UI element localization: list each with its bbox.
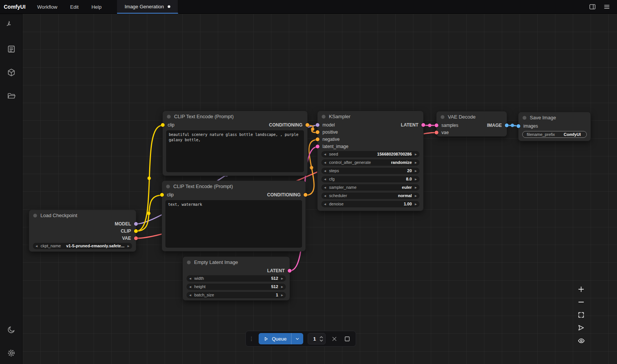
input-slot-model[interactable]: [316, 123, 319, 127]
collapse-dot[interactable]: [166, 185, 170, 188]
widget-sampler-name[interactable]: ◀ sampler_name euler ▶: [321, 184, 420, 191]
next-arrow-icon[interactable]: ▶: [415, 161, 417, 164]
widget-width[interactable]: ◀ width 512 ▶: [187, 275, 286, 282]
menu-workflow[interactable]: Workflow: [31, 0, 64, 14]
widget-steps[interactable]: ◀ steps 20 ▶: [321, 168, 420, 174]
input-slot-samples[interactable]: [435, 123, 438, 127]
prev-arrow-icon[interactable]: ◀: [324, 153, 326, 156]
model-library-icon[interactable]: [6, 68, 16, 77]
queue-options-caret[interactable]: [291, 333, 303, 344]
next-arrow-icon[interactable]: ▶: [281, 277, 283, 280]
output-slot-vae[interactable]: [134, 236, 138, 240]
collapse-dot[interactable]: [33, 214, 37, 217]
output-slot-latent[interactable]: [421, 123, 425, 127]
input-slot-vae[interactable]: [435, 131, 438, 134]
node-header[interactable]: Save Image: [518, 112, 591, 122]
input-slot-clip[interactable]: [161, 123, 165, 127]
prev-arrow-icon[interactable]: ◀: [324, 203, 326, 205]
prev-arrow-icon[interactable]: ◀: [189, 277, 191, 280]
node-header[interactable]: VAE Decode: [437, 111, 507, 122]
input-slot-negative[interactable]: [316, 137, 319, 141]
widget-ckpt-name[interactable]: ◀ ckpt_name v1-5-pruned-emaonly.safete..…: [33, 243, 132, 249]
select-mode-icon[interactable]: [577, 324, 585, 332]
prev-arrow-icon[interactable]: ◀: [324, 170, 326, 172]
widget-height[interactable]: ◀ height 512 ▶: [187, 284, 286, 290]
next-arrow-icon[interactable]: ▶: [415, 194, 417, 197]
prev-arrow-icon[interactable]: ◀: [189, 285, 191, 288]
node-empty-latent-image[interactable]: Empty Latent Image LATENT ◀ width 512 ▶ …: [182, 256, 290, 301]
prev-arrow-icon[interactable]: ◀: [324, 194, 326, 197]
prev-arrow-icon[interactable]: ◀: [189, 294, 191, 296]
drag-handle-icon[interactable]: ⋮: [249, 336, 254, 342]
clear-queue-icon[interactable]: [330, 335, 338, 343]
collapse-dot[interactable]: [187, 261, 191, 264]
output-slot-image[interactable]: [505, 123, 509, 127]
node-library-icon[interactable]: [6, 44, 16, 54]
batch-count-input[interactable]: 1: [308, 333, 325, 344]
widget-scheduler[interactable]: ◀ scheduler normal ▶: [321, 193, 420, 199]
menu-help[interactable]: Help: [85, 0, 108, 14]
next-arrow-icon[interactable]: ▶: [415, 178, 417, 180]
prompt-text-area[interactable]: text, watermark: [165, 200, 302, 248]
node-ksampler[interactable]: KSampler model LATENT positive negative …: [317, 111, 424, 211]
node-header[interactable]: Load Checkpoint: [29, 210, 136, 220]
history-icon[interactable]: [6, 21, 16, 31]
theme-moon-icon[interactable]: [6, 325, 16, 335]
next-arrow-icon[interactable]: ▶: [281, 285, 283, 288]
node-header[interactable]: Empty Latent Image: [183, 257, 290, 267]
node-graph-canvas[interactable]: Load Checkpoint MODEL CLIP VAE ◀ ckpt_na…: [23, 14, 617, 364]
collapse-dot[interactable]: [167, 115, 171, 119]
queue-button[interactable]: Queue: [259, 333, 303, 344]
output-slot-model[interactable]: [134, 222, 138, 226]
queue-button-main[interactable]: Queue: [259, 333, 291, 344]
node-save-image[interactable]: Save Image images filename_prefix ComfyU…: [518, 112, 591, 141]
input-slot-clip[interactable]: [160, 193, 164, 197]
next-arrow-icon[interactable]: ▶: [415, 186, 417, 189]
output-slot-latent[interactable]: [288, 269, 292, 273]
node-clip-text-encode-positive[interactable]: CLIP Text Encode (Prompt) clip CONDITION…: [162, 111, 308, 176]
node-header[interactable]: KSampler: [318, 111, 423, 121]
widget-cfg[interactable]: ◀ cfg 8.0 ▶: [321, 176, 420, 182]
input-slot-images[interactable]: [517, 124, 520, 128]
menu-edit[interactable]: Edit: [64, 0, 85, 14]
widget-seed[interactable]: ◀ seed 156680208700286 ▶: [321, 151, 420, 157]
input-slot-positive[interactable]: [316, 130, 319, 134]
widget-denoise[interactable]: ◀ denoise 1.00 ▶: [321, 201, 420, 207]
next-arrow-icon[interactable]: ▶: [128, 245, 130, 247]
prev-arrow-icon[interactable]: ◀: [35, 245, 37, 247]
fit-view-icon[interactable]: [577, 311, 585, 319]
node-clip-text-encode-negative[interactable]: CLIP Text Encode (Prompt) clip CONDITION…: [162, 180, 306, 251]
widget-control-after-generate[interactable]: ◀ control_after_generate randomize ▶: [321, 159, 420, 166]
output-slot-conditioning[interactable]: [304, 193, 307, 197]
next-arrow-icon[interactable]: ▶: [281, 294, 283, 296]
input-slot-latent-image[interactable]: [316, 145, 319, 148]
output-slot-conditioning[interactable]: [305, 123, 309, 127]
next-arrow-icon[interactable]: ▶: [415, 170, 417, 172]
toggle-visibility-eye-icon[interactable]: [577, 337, 585, 344]
prev-arrow-icon[interactable]: ◀: [324, 186, 326, 189]
prev-arrow-icon[interactable]: ◀: [324, 178, 326, 180]
next-arrow-icon[interactable]: ▶: [415, 153, 417, 156]
prev-arrow-icon[interactable]: ◀: [324, 161, 326, 164]
collapse-dot[interactable]: [322, 115, 325, 119]
node-header[interactable]: CLIP Text Encode (Prompt): [163, 111, 307, 121]
tab-image-generation[interactable]: Image Generation: [117, 0, 178, 14]
zoom-in-icon[interactable]: [577, 285, 585, 293]
settings-gear-icon[interactable]: [6, 348, 16, 358]
node-vae-decode[interactable]: VAE Decode samples IMAGE vae: [436, 111, 507, 137]
widget-batch-size[interactable]: ◀ batch_size 1 ▶: [187, 292, 286, 298]
stepper-up-icon[interactable]: [319, 336, 323, 338]
collapse-dot[interactable]: [441, 115, 444, 119]
node-load-checkpoint[interactable]: Load Checkpoint MODEL CLIP VAE ◀ ckpt_na…: [29, 210, 136, 252]
next-arrow-icon[interactable]: ▶: [415, 203, 417, 205]
hamburger-menu-icon[interactable]: [601, 2, 612, 12]
stop-queue-icon[interactable]: [343, 335, 351, 343]
workflows-folder-icon[interactable]: [6, 91, 16, 101]
widget-filename-prefix[interactable]: filename_prefix ComfyUI: [522, 131, 587, 138]
prompt-text-area[interactable]: beautiful scenery nature glass bottle la…: [166, 130, 304, 172]
toggle-panel-icon[interactable]: [587, 2, 598, 12]
output-slot-clip[interactable]: [134, 229, 138, 233]
collapse-dot[interactable]: [523, 116, 526, 120]
stepper-down-icon[interactable]: [319, 339, 323, 342]
zoom-out-icon[interactable]: [577, 298, 585, 306]
